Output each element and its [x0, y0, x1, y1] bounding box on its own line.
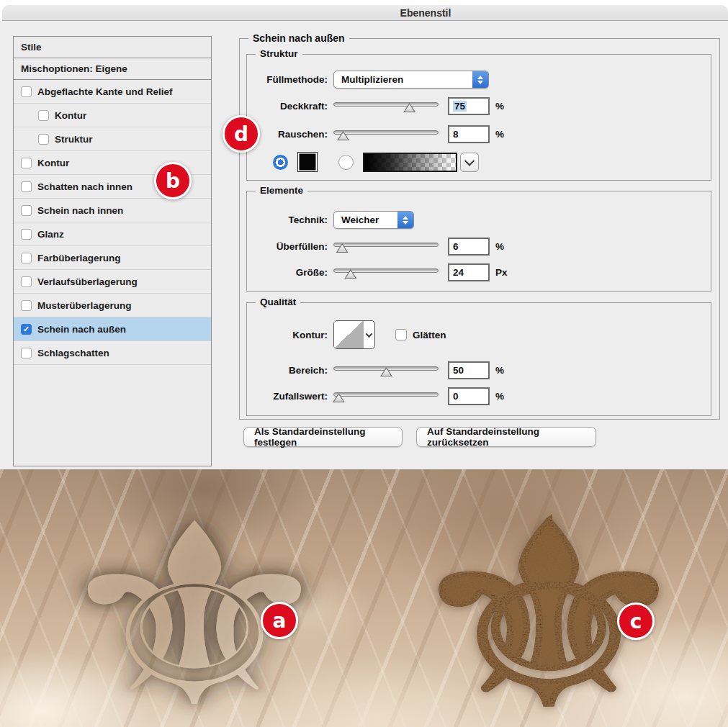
sidebar-item-texture-sub[interactable]: Struktur	[14, 127, 211, 151]
group-title: Schein nach außen	[248, 32, 349, 44]
checkbox-unchecked[interactable]	[21, 348, 32, 358]
technique-select[interactable]: Weicher	[333, 211, 414, 229]
layer-style-dialog: Stile Mischoptionen: Eigene Abgeflachte …	[0, 21, 728, 469]
structure-fieldset: Struktur Füllmethode: Multiplizieren Dec…	[246, 54, 711, 181]
opacity-label: Deckkraft:	[247, 101, 328, 112]
callout-badge-b: b	[154, 162, 192, 199]
size-input[interactable]: 24	[448, 263, 490, 281]
range-row: Bereich: 50 %	[247, 361, 711, 379]
reset-default-button[interactable]: Auf Standardeinstellung zurücksetzen	[416, 427, 596, 447]
sidebar-item-drop-shadow[interactable]: Schlagschatten	[14, 341, 211, 365]
glow-color-swatch[interactable]	[297, 152, 318, 172]
gradient-picker-button[interactable]	[460, 153, 479, 172]
blend-mode-label: Füllmethode:	[247, 74, 328, 85]
jitter-row: Zufallswert: 0 %	[247, 387, 711, 405]
slider-thumb[interactable]	[380, 367, 392, 376]
range-label: Bereich:	[247, 365, 328, 376]
sidebar-item-satin[interactable]: Glanz	[14, 222, 211, 246]
jitter-label: Zufallswert:	[247, 391, 328, 402]
structure-title: Struktur	[256, 48, 302, 59]
elements-title: Elemente	[256, 185, 307, 196]
svg-text:⚜: ⚜	[45, 470, 343, 727]
fleur-de-lis-noise-glow: ⚜	[369, 469, 728, 727]
sidebar-item-gradient-overlay[interactable]: Verlaufsüberlagerung	[14, 270, 211, 294]
dialog-titlebar[interactable]: Ebenenstil	[2, 5, 728, 21]
contour-arrow-strip[interactable]	[363, 321, 374, 348]
slider-thumb[interactable]	[337, 131, 349, 140]
checkbox-unchecked[interactable]	[38, 134, 49, 145]
quality-fieldset: Qualität Kontur: Glätten Bereich: 50 %	[246, 302, 711, 416]
sidebar-item-color-overlay[interactable]: Farbüberlagerung	[14, 246, 211, 270]
opacity-slider[interactable]	[333, 100, 439, 112]
sidebar-item-bevel-emboss[interactable]: Abgeflachte Kante und Relief	[14, 80, 211, 104]
spread-input[interactable]: 6	[448, 238, 490, 256]
sidebar-item-contour-sub[interactable]: Kontur	[14, 104, 211, 127]
checkbox-unchecked[interactable]	[21, 276, 32, 287]
jitter-unit: %	[495, 391, 504, 402]
slider-thumb[interactable]	[333, 393, 345, 402]
contour-thumbnail[interactable]	[334, 321, 363, 348]
jitter-input[interactable]: 0	[448, 387, 490, 405]
technique-label: Technik:	[247, 215, 328, 225]
chevron-up-down-icon	[397, 212, 413, 228]
styles-sidebar: Stile Mischoptionen: Eigene Abgeflachte …	[13, 36, 212, 466]
sidebar-header-stile[interactable]: Stile	[14, 37, 211, 58]
size-row: Größe: 24 Px	[247, 263, 711, 281]
checkbox-unchecked[interactable]	[21, 86, 32, 97]
checkbox-unchecked[interactable]	[21, 300, 32, 311]
svg-text:⚜: ⚜	[400, 470, 698, 727]
size-unit: Px	[495, 267, 508, 278]
noise-row: Rauschen: 8 %	[247, 125, 711, 143]
technique-row: Technik: Weicher	[247, 211, 711, 229]
blend-mode-select[interactable]: Multiplizieren	[333, 71, 489, 89]
slider-thumb[interactable]	[336, 243, 349, 253]
quality-title: Qualität	[256, 297, 300, 307]
chevron-up-down-icon	[472, 71, 488, 88]
noise-input[interactable]: 8	[448, 125, 490, 143]
glow-color-row	[273, 152, 711, 172]
checkbox-unchecked[interactable]	[21, 181, 32, 192]
callout-badge-a: a	[261, 602, 298, 639]
callout-badge-c: c	[617, 602, 655, 640]
slider-thumb[interactable]	[344, 269, 356, 279]
sidebar-item-blending-options[interactable]: Mischoptionen: Eigene	[14, 58, 211, 80]
jitter-slider[interactable]	[333, 390, 439, 402]
solid-color-radio[interactable]	[273, 155, 288, 170]
checkbox-unchecked[interactable]	[21, 158, 32, 168]
chevron-down-icon	[464, 156, 475, 166]
checkbox-unchecked[interactable]	[21, 205, 32, 216]
contour-label: Kontur:	[247, 330, 328, 340]
range-unit: %	[495, 365, 504, 376]
checkbox-unchecked[interactable]	[21, 253, 32, 263]
outer-glow-group: Schein nach außen Struktur Füllmethode: …	[239, 38, 720, 420]
range-slider[interactable]	[333, 364, 439, 376]
noise-slider[interactable]	[333, 128, 439, 140]
sidebar-item-pattern-overlay[interactable]: Musterüberlagerung	[14, 294, 211, 317]
range-input[interactable]: 50	[448, 361, 490, 379]
opacity-row: Deckkraft: 75 %	[247, 97, 711, 115]
spread-slider[interactable]	[333, 240, 439, 253]
spread-unit: %	[495, 241, 504, 252]
anti-aliased-label: Glätten	[413, 330, 446, 340]
chevron-down-icon	[366, 330, 373, 338]
gradient-swatch[interactable]	[363, 153, 457, 172]
spread-row: Überfüllen: 6 %	[247, 238, 711, 256]
slider-thumb[interactable]	[403, 103, 415, 112]
contour-row: Kontur: Glätten	[247, 320, 711, 349]
checkbox-unchecked[interactable]	[38, 110, 49, 121]
dialog-title: Ebenenstil	[400, 7, 451, 19]
noise-unit: %	[495, 129, 504, 140]
sidebar-item-outer-glow[interactable]: ✓ Schein nach außen	[14, 317, 211, 341]
contour-picker[interactable]	[333, 320, 375, 349]
anti-aliased-checkbox[interactable]	[395, 329, 407, 340]
checkbox-unchecked[interactable]	[21, 229, 32, 240]
checkbox-checked[interactable]: ✓	[21, 324, 32, 335]
size-label: Größe:	[247, 267, 328, 278]
opacity-input[interactable]: 75	[448, 97, 490, 115]
gradient-radio[interactable]	[338, 155, 354, 170]
sidebar-item-inner-glow[interactable]: Schein nach innen	[14, 199, 211, 222]
set-default-button[interactable]: Als Standardeinstellung festlegen	[243, 427, 403, 447]
size-slider[interactable]	[333, 266, 439, 279]
blend-mode-row: Füllmethode: Multiplizieren	[247, 71, 711, 89]
callout-badge-d: d	[223, 115, 260, 153]
